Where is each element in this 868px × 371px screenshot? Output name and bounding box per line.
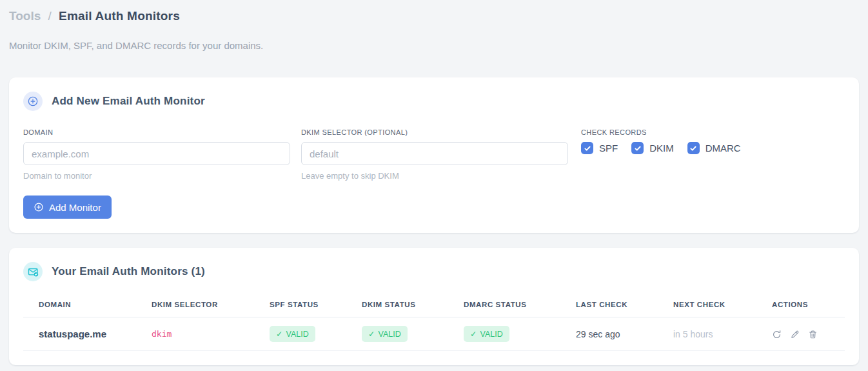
checkbox-checked-icon[interactable] xyxy=(581,142,593,154)
checkbox-spf[interactable]: SPF xyxy=(581,142,618,154)
add-monitor-button[interactable]: Add Monitor xyxy=(23,196,112,219)
check-records-group: CHECK RECORDS SPF DKIM xyxy=(581,128,741,154)
dkim-selector-field-group: DKIM SELECTOR (OPTIONAL) Leave empty to … xyxy=(301,128,568,181)
add-monitor-card: Add New Email Auth Monitor DOMAIN Domain… xyxy=(9,77,859,233)
column-header-dkim-status: DKIM STATUS xyxy=(362,297,464,317)
domain-input[interactable] xyxy=(23,142,290,165)
dkim-selector-field-label: DKIM SELECTOR (OPTIONAL) xyxy=(301,128,568,136)
page: Tools / Email Auth Monitors Monitor DKIM… xyxy=(0,0,868,371)
breadcrumb: Tools / Email Auth Monitors xyxy=(9,8,859,25)
dkim-status-badge: ✓ VALID xyxy=(362,326,408,342)
delete-button[interactable] xyxy=(808,330,818,339)
checkbox-dmarc[interactable]: DMARC xyxy=(687,142,741,154)
checkbox-dkim-label: DKIM xyxy=(649,143,674,154)
row-actions xyxy=(772,328,840,339)
breadcrumb-tools[interactable]: Tools xyxy=(9,9,41,23)
spf-status-text: VALID xyxy=(286,330,308,339)
column-header-actions: ACTIONS xyxy=(772,297,845,317)
column-header-spf-status: SPF STATUS xyxy=(270,297,362,317)
checkbox-dmarc-label: DMARC xyxy=(705,143,741,154)
plus-circle-icon xyxy=(34,202,44,212)
monitors-card-title: Your Email Auth Monitors (1) xyxy=(52,265,205,278)
check-icon: ✓ xyxy=(276,329,282,339)
cell-next-check: in 5 hours xyxy=(673,317,772,351)
table-header-row: DOMAIN DKIM SELECTOR SPF STATUS DKIM STA… xyxy=(23,297,845,317)
dkim-status-text: VALID xyxy=(378,330,400,339)
add-monitor-card-title: Add New Email Auth Monitor xyxy=(52,95,205,108)
monitors-card-header: Your Email Auth Monitors (1) xyxy=(23,262,845,281)
check-records-row: SPF DKIM DMARC xyxy=(581,142,741,154)
monitors-table: DOMAIN DKIM SELECTOR SPF STATUS DKIM STA… xyxy=(23,297,845,351)
domain-field-label: DOMAIN xyxy=(23,128,290,136)
cell-dkim-selector: dkim xyxy=(152,317,270,351)
check-icon: ✓ xyxy=(470,329,477,339)
page-subtitle: Monitor DKIM, SPF, and DMARC records for… xyxy=(9,40,859,51)
plus-circle-icon xyxy=(23,92,43,111)
cell-actions xyxy=(772,317,845,351)
cell-spf-status: ✓ VALID xyxy=(270,317,362,351)
table-row: statuspage.me dkim ✓ VALID ✓ VALID xyxy=(23,317,845,351)
domain-field-helper: Domain to monitor xyxy=(23,171,290,181)
dmarc-status-badge: ✓ VALID xyxy=(464,326,509,342)
add-monitor-card-header: Add New Email Auth Monitor xyxy=(23,92,845,111)
cell-domain: statuspage.me xyxy=(23,317,152,351)
cell-dkim-status: ✓ VALID xyxy=(362,317,464,351)
column-header-dkim-selector: DKIM SELECTOR xyxy=(152,297,270,317)
checkbox-checked-icon[interactable] xyxy=(687,142,700,154)
column-header-domain: DOMAIN xyxy=(23,297,152,317)
checkbox-dkim[interactable]: DKIM xyxy=(631,142,674,154)
dkim-selector-field-helper: Leave empty to skip DKIM xyxy=(301,171,568,181)
dmarc-status-text: VALID xyxy=(480,330,502,339)
cell-dmarc-status: ✓ VALID xyxy=(464,317,576,351)
checkbox-spf-label: SPF xyxy=(599,143,618,154)
domain-field-group: DOMAIN Domain to monitor xyxy=(23,128,290,181)
spf-status-badge: ✓ VALID xyxy=(270,326,315,342)
add-monitor-button-label: Add Monitor xyxy=(49,202,101,213)
edit-button[interactable] xyxy=(790,330,800,339)
checkbox-checked-icon[interactable] xyxy=(631,142,644,154)
check-records-label: CHECK RECORDS xyxy=(581,128,741,136)
breadcrumb-separator: / xyxy=(48,9,52,23)
column-header-dmarc-status: DMARC STATUS xyxy=(464,297,576,317)
column-header-last-check: LAST CHECK xyxy=(576,297,673,317)
mail-check-icon xyxy=(23,262,43,281)
page-title: Email Auth Monitors xyxy=(59,9,180,23)
add-monitor-form: DOMAIN Domain to monitor DKIM SELECTOR (… xyxy=(23,128,845,181)
check-icon: ✓ xyxy=(368,329,375,339)
column-header-next-check: NEXT CHECK xyxy=(673,297,772,317)
refresh-button[interactable] xyxy=(772,330,782,339)
cell-last-check: 29 sec ago xyxy=(576,317,673,351)
monitors-card: Your Email Auth Monitors (1) DOMAIN DKIM… xyxy=(9,248,859,365)
dkim-selector-input[interactable] xyxy=(301,142,568,165)
